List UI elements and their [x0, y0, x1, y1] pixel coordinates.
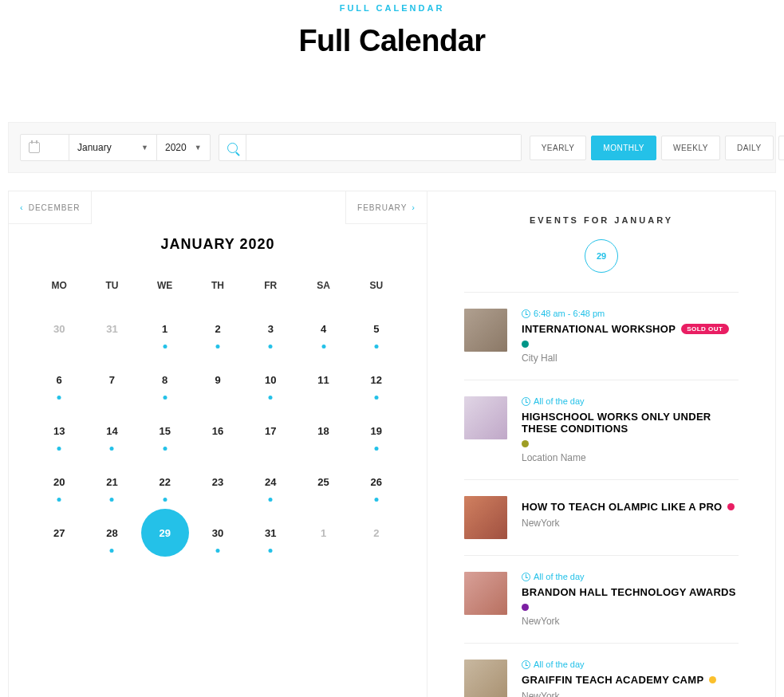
day-number: 30 [212, 527, 223, 539]
event-dot-icon [374, 498, 378, 502]
calendar-day[interactable]: 14 [85, 417, 138, 444]
view-yearly-button[interactable]: YEARLY [530, 136, 587, 160]
day-number: 26 [371, 476, 382, 488]
event-dot-icon [163, 498, 167, 502]
calendar-day[interactable]: 7 [85, 366, 138, 393]
event-location: NewYork [522, 518, 739, 529]
event-time: 6:48 am - 6:48 pm [522, 309, 739, 318]
view-monthly-button[interactable]: MONTHLY [591, 136, 656, 160]
day-number: 6 [57, 374, 62, 386]
next-month-button[interactable]: FEBRUARY› [345, 191, 427, 224]
calendar-day[interactable]: 31 [85, 315, 138, 342]
weekday-header: TH [191, 280, 244, 291]
event-title: BRANDON HALL TECHNOLOGY AWARDS [522, 586, 739, 611]
search-button[interactable] [219, 135, 246, 160]
calendar-day[interactable]: 1 [297, 519, 349, 546]
calendar-panel: ‹DECEMBER FEBRUARY› JANUARY 2020 MOTUWET… [8, 191, 776, 697]
events-heading: EVENTS FOR JANUARY [464, 215, 739, 225]
view-list-button[interactable]: LIST [778, 136, 784, 160]
day-number: 10 [265, 374, 276, 386]
event-item[interactable]: 6:48 am - 6:48 pmINTERNATIONAL WORKSHOPS… [464, 292, 739, 380]
month-select-value: January [77, 142, 112, 153]
weekday-header: TU [85, 280, 138, 291]
view-daily-button[interactable]: DAILY [725, 136, 774, 160]
calendar-day[interactable]: 3 [244, 315, 297, 342]
calendar-day[interactable]: 6 [33, 366, 85, 393]
chevron-down-icon: ▼ [133, 144, 148, 152]
calendar-day[interactable]: 12 [350, 366, 403, 393]
calendar-day[interactable]: 31 [244, 519, 297, 546]
calendar-day[interactable]: 2 [191, 315, 244, 342]
clock-icon [522, 309, 530, 318]
day-number: 11 [317, 374, 329, 386]
day-number: 23 [212, 476, 223, 488]
calendar-day[interactable]: 22 [139, 468, 191, 495]
events-list: 6:48 am - 6:48 pmINTERNATIONAL WORKSHOPS… [464, 292, 739, 697]
event-dot-icon [110, 498, 114, 502]
calendar-left: ‹DECEMBER FEBRUARY› JANUARY 2020 MOTUWET… [9, 191, 427, 697]
year-select[interactable]: 2020▼ [156, 135, 210, 160]
event-time: All of the day [522, 396, 739, 406]
calendar-day[interactable]: 18 [297, 417, 349, 444]
calendar-day[interactable]: 15 [139, 417, 191, 444]
day-number: 27 [53, 527, 65, 539]
event-title: INTERNATIONAL WORKSHOPSOLD OUT [522, 323, 739, 348]
calendar-day[interactable]: 17 [244, 417, 297, 444]
calendar-day[interactable]: 21 [85, 468, 138, 495]
calendar-day[interactable]: 13 [33, 417, 85, 444]
event-item[interactable]: All of the dayBRANDON HALL TECHNOLOGY AW… [464, 555, 739, 643]
calendar-day[interactable]: 25 [297, 468, 349, 495]
calendar-day[interactable]: 1 [139, 315, 191, 342]
calendar-day[interactable]: 27 [33, 519, 85, 546]
event-dot-icon [374, 447, 378, 451]
weekday-header: FR [244, 280, 297, 291]
calendar-day[interactable]: 16 [191, 417, 244, 444]
event-dot-icon [110, 549, 114, 553]
search-input[interactable] [246, 135, 521, 160]
calendar-day[interactable]: 19 [350, 417, 403, 444]
event-dot-icon [215, 549, 219, 553]
event-dot-icon [57, 498, 61, 502]
calendar-day[interactable]: 30 [33, 315, 85, 342]
search-wrapper [219, 134, 522, 161]
calendar-day[interactable]: 2 [350, 519, 403, 546]
calendar-day[interactable]: 20 [33, 468, 85, 495]
calendar-grid: MOTUWETHFRSASU30311234567891011121314151… [33, 280, 403, 546]
category-dot-icon [709, 676, 716, 683]
day-number: 25 [317, 476, 329, 488]
events-day-badge: 29 [585, 239, 618, 273]
calendar-day[interactable]: 8 [139, 366, 191, 393]
calendar-day[interactable]: 5 [350, 315, 403, 342]
event-item[interactable]: All of the dayHIGHSCHOOL WORKS ONLY UNDE… [464, 380, 739, 479]
event-dot-icon [110, 447, 114, 451]
day-number: 30 [53, 323, 65, 335]
month-select[interactable]: January▼ [69, 135, 156, 160]
day-number: 16 [212, 425, 223, 437]
weekday-header: WE [139, 280, 191, 291]
day-number: 21 [106, 476, 117, 488]
calendar-day[interactable]: 28 [85, 519, 138, 546]
calendar-day[interactable]: 4 [297, 315, 349, 342]
prev-month-button[interactable]: ‹DECEMBER [8, 191, 92, 224]
event-item[interactable]: All of the dayGRAIFFIN TEACH ACADEMY CAM… [464, 643, 739, 697]
calendar-day[interactable]: 10 [244, 366, 297, 393]
calendar-day[interactable]: 29 [139, 519, 191, 546]
calendar-day[interactable]: 23 [191, 468, 244, 495]
event-location: NewYork [522, 691, 739, 697]
day-number: 1 [162, 323, 167, 335]
day-number: 4 [321, 323, 326, 335]
event-title: HIGHSCHOOL WORKS ONLY UNDER THESE CONDIT… [522, 411, 739, 447]
view-weekly-button[interactable]: WEEKLY [661, 136, 720, 160]
day-number: 8 [162, 374, 167, 386]
event-dot-icon [321, 345, 325, 348]
event-item[interactable]: HOW TO TEACH OLAMPIC LIKE A PRONewYork [464, 479, 739, 555]
toolbar: January▼ 2020▼ YEARLYMONTHLYWEEKLYDAILYL… [8, 122, 776, 173]
day-number: 28 [106, 527, 117, 539]
calendar-day[interactable]: 11 [297, 366, 349, 393]
calendar-day[interactable]: 26 [350, 468, 403, 495]
calendar-day[interactable]: 30 [191, 519, 244, 546]
event-dot-icon [57, 447, 61, 451]
calendar-day[interactable]: 9 [191, 366, 244, 393]
calendar-day[interactable]: 24 [244, 468, 297, 495]
sold-out-badge: SOLD OUT [681, 324, 728, 334]
